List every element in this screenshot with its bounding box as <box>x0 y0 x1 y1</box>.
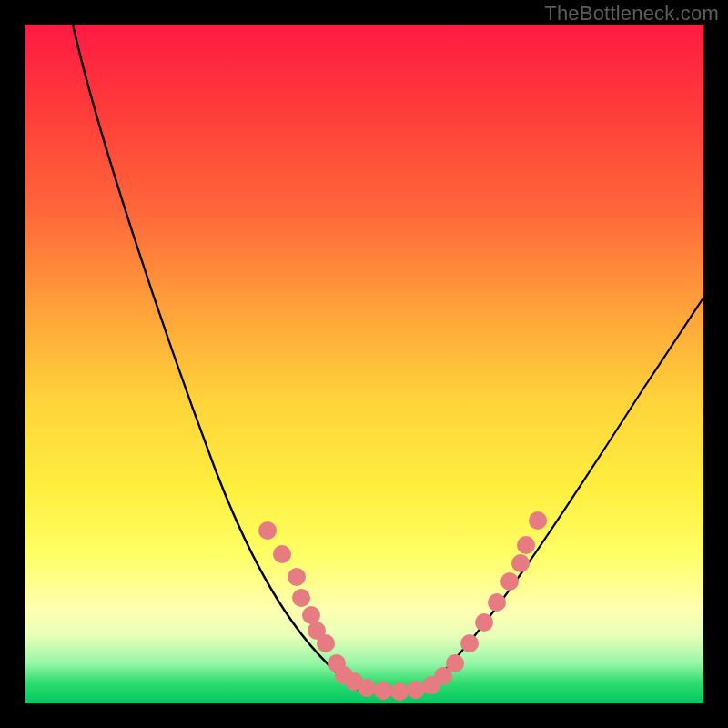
data-marker <box>288 568 306 586</box>
data-marker <box>500 572 519 591</box>
watermark-text: TheBottleneck.com <box>544 2 719 25</box>
data-marker <box>488 593 506 612</box>
curve-svg <box>25 25 703 703</box>
data-marker <box>511 554 530 572</box>
data-marker <box>258 521 277 540</box>
data-marker <box>302 606 320 624</box>
data-marker <box>390 682 409 701</box>
data-marker <box>529 511 547 530</box>
data-marker <box>374 682 392 700</box>
chart-frame: TheBottleneck.com <box>0 0 728 728</box>
data-marker <box>517 536 535 554</box>
data-marker <box>292 589 310 607</box>
plot-area <box>25 25 703 703</box>
data-marker <box>273 545 291 563</box>
right-curve <box>425 298 703 689</box>
data-marker <box>358 679 376 697</box>
data-marker <box>446 654 464 672</box>
data-marker <box>407 681 425 699</box>
marker-group <box>258 511 547 701</box>
left-curve <box>73 25 357 689</box>
data-marker <box>475 613 493 632</box>
data-marker <box>317 634 335 652</box>
data-marker <box>460 634 479 652</box>
